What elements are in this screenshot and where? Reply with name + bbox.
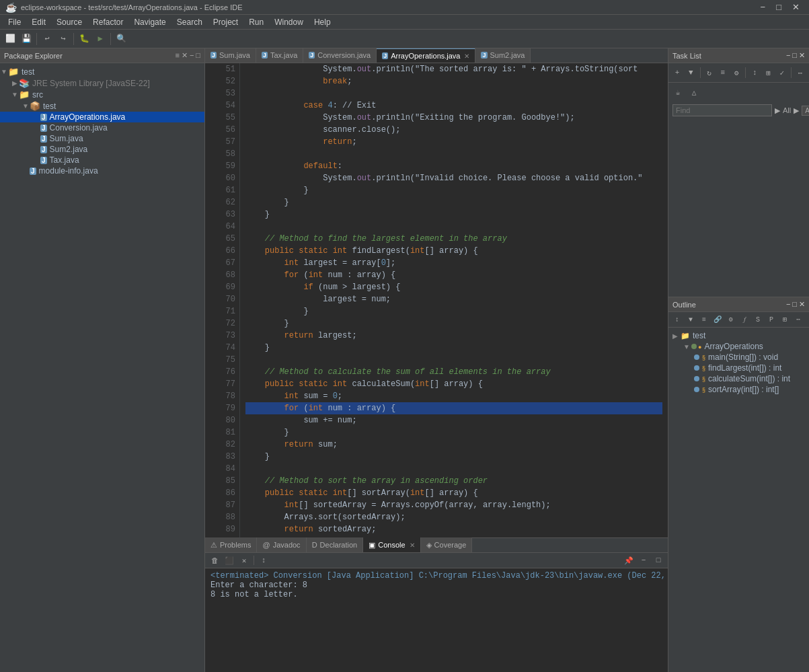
ol-more[interactable]: ⋯: [792, 313, 804, 326]
menu-item-file[interactable]: File: [3, 16, 26, 28]
outline-item-2[interactable]: §main(String[]) : void: [668, 352, 809, 363]
ol-hide-fields[interactable]: 𝑓: [738, 313, 750, 326]
tl-refresh[interactable]: ↻: [703, 66, 715, 79]
tl-minimize-button[interactable]: −: [786, 51, 790, 60]
bottom-tab-problems[interactable]: ⚠Problems: [205, 537, 257, 552]
tl-filter[interactable]: ▼: [685, 66, 697, 79]
ol-close-button[interactable]: ✕: [799, 300, 805, 309]
bottom-tab-declaration[interactable]: DDeclaration: [307, 537, 364, 552]
tree-toggle[interactable]: ▼: [0, 68, 8, 75]
code-line: [245, 463, 662, 475]
menu-item-source[interactable]: Source: [51, 16, 87, 28]
ol-collapse[interactable]: ≡: [698, 313, 710, 326]
menu-item-window[interactable]: Window: [269, 16, 309, 28]
console-minimize-button[interactable]: −: [637, 554, 650, 566]
ol-expand[interactable]: ⊞: [779, 313, 791, 326]
console-maximize-button[interactable]: □: [652, 554, 665, 566]
tree-item-arrayoperations-java[interactable]: JArrayOperations.java: [0, 112, 204, 122]
outline-item-1[interactable]: ▼●ArrayOperations: [668, 341, 809, 352]
editor-tab-sum2-java[interactable]: JSum2.java: [475, 48, 531, 63]
pe-collapse-button[interactable]: ≡: [175, 51, 179, 60]
pe-maximize-button[interactable]: □: [196, 51, 200, 60]
editor-tab-sum-java[interactable]: JSum.java: [205, 48, 256, 63]
debug-button[interactable]: 🐛: [77, 32, 91, 46]
tl-sort[interactable]: ↕: [748, 66, 761, 79]
tl-mark[interactable]: ✓: [776, 66, 788, 79]
outline-toggle[interactable]: ▶: [672, 332, 681, 340]
undo-button[interactable]: ↩: [40, 32, 54, 46]
tl-new-task[interactable]: +: [671, 66, 683, 79]
console-terminate-button[interactable]: ✕: [237, 554, 251, 566]
menu-item-search[interactable]: Search: [171, 16, 208, 28]
outline-item-5[interactable]: §sortArray(int[]) : int[]: [668, 384, 809, 395]
pe-close-button[interactable]: ✕: [182, 51, 188, 60]
editor-tab-arrayoperations-java[interactable]: JArrayOperations.java✕: [377, 48, 475, 63]
find-input[interactable]: [672, 104, 772, 116]
outline-item-4[interactable]: §calculateSum(int[]) : int: [668, 373, 809, 384]
tab-icon: J: [262, 52, 268, 59]
menu-item-edit[interactable]: Edit: [26, 16, 51, 28]
ol-minimize-button[interactable]: −: [786, 300, 790, 309]
tree-toggle[interactable]: ▶: [11, 79, 19, 87]
menu-item-run[interactable]: Run: [243, 16, 269, 28]
tl-icon1[interactable]: ☕: [671, 85, 685, 99]
editor-tab-tax-java[interactable]: JTax.java: [256, 48, 303, 63]
tree-item-sum2-java[interactable]: JSum2.java: [0, 144, 204, 155]
tree-item-test[interactable]: ▼📁test: [0, 66, 204, 77]
ol-hide-static[interactable]: S: [752, 313, 764, 326]
tree-item-sum-java[interactable]: JSum.java: [0, 133, 204, 144]
tree-item-test[interactable]: ▼📦test: [0, 100, 204, 112]
tree-item-src[interactable]: ▼📁src: [0, 89, 204, 100]
console-stop-button[interactable]: ⬛: [223, 554, 236, 566]
menu-item-navigate[interactable]: Navigate: [128, 16, 171, 28]
close-button[interactable]: ✕: [788, 2, 804, 12]
pe-minimize-button[interactable]: −: [190, 51, 194, 60]
tl-icon2[interactable]: △: [687, 85, 701, 99]
tree-item-module-info-java[interactable]: Jmodule-info.java: [0, 165, 204, 176]
outline-toggle[interactable]: ▼: [683, 343, 691, 350]
line-number: 58: [216, 148, 235, 160]
ol-sort[interactable]: ↕: [671, 313, 683, 326]
ol-maximize-button[interactable]: □: [792, 300, 797, 309]
tree-item-jre-system-library--javase-22-[interactable]: ▶📚JRE System Library [JavaSE-22]: [0, 77, 204, 89]
tl-maximize-button[interactable]: □: [792, 51, 797, 60]
ol-settings[interactable]: ⚙: [725, 313, 737, 326]
ol-hide-non-public[interactable]: P: [765, 313, 777, 326]
tree-item-tax-java[interactable]: JTax.java: [0, 155, 204, 165]
ol-filter[interactable]: ▼: [685, 313, 697, 326]
bottom-tab-close-button[interactable]: ✕: [410, 542, 415, 549]
bottom-tab-console[interactable]: ▣Console✕: [363, 537, 420, 552]
search-button[interactable]: 🔍: [114, 32, 128, 46]
bottom-tab-coverage[interactable]: ◈Coverage: [421, 537, 473, 552]
tab-label: Conversion.java: [317, 51, 371, 59]
bottom-tab-javadoc[interactable]: @Javadoc: [257, 537, 306, 552]
redo-button[interactable]: ↪: [56, 32, 71, 46]
editor-tab-conversion-java[interactable]: JConversion.java: [303, 48, 377, 63]
tl-group[interactable]: ⊞: [762, 66, 774, 79]
new-button[interactable]: ⬜: [3, 32, 17, 46]
activate-separator: ▶: [794, 106, 799, 115]
tl-more[interactable]: ⋯: [794, 66, 806, 79]
save-button[interactable]: 💾: [19, 32, 34, 46]
outline-item-0[interactable]: ▶📁test: [668, 330, 809, 341]
tree-item-conversion-java[interactable]: JConversion.java: [0, 122, 204, 133]
outline-item-3[interactable]: §findLargest(int[]) : int: [668, 363, 809, 373]
maximize-button[interactable]: □: [772, 2, 785, 12]
run-button[interactable]: ▶: [93, 32, 108, 46]
tl-collapse[interactable]: ≡: [717, 66, 729, 79]
console-pin-button[interactable]: 📌: [622, 554, 635, 566]
tl-settings[interactable]: ⚙: [730, 66, 742, 79]
menu-item-refactor[interactable]: Refactor: [87, 16, 128, 28]
console-clear-button[interactable]: 🗑: [208, 554, 221, 566]
activate-button[interactable]: Activate...: [802, 106, 809, 116]
tl-close-button[interactable]: ✕: [799, 51, 805, 60]
console-scroll-button[interactable]: ↕: [257, 554, 270, 566]
tree-toggle[interactable]: ▼: [11, 91, 19, 98]
tab-close-button[interactable]: ✕: [464, 52, 469, 60]
menu-item-project[interactable]: Project: [208, 16, 243, 28]
minimize-button[interactable]: −: [757, 2, 770, 12]
ol-link[interactable]: 🔗: [711, 313, 724, 326]
menu-item-help[interactable]: Help: [309, 16, 336, 28]
tree-toggle[interactable]: ▼: [22, 102, 30, 110]
code-content[interactable]: System.out.println("The sorted array is:…: [240, 63, 668, 537]
